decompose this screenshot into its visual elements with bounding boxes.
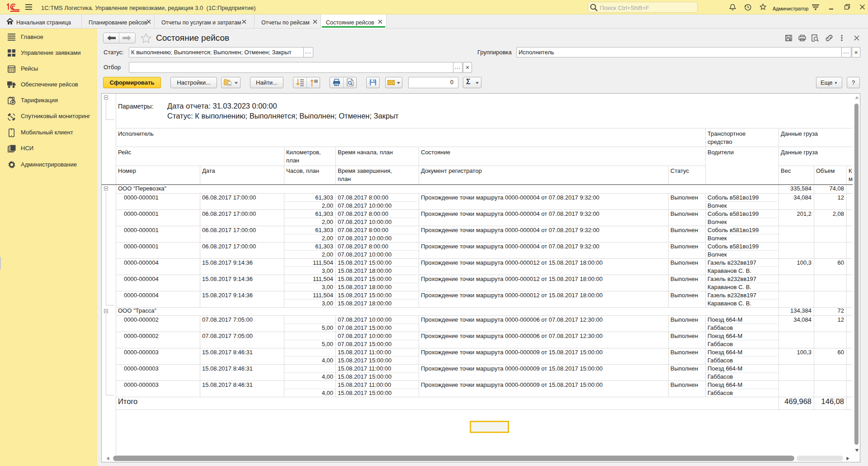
svg-text:₽: ₽ <box>12 100 14 105</box>
